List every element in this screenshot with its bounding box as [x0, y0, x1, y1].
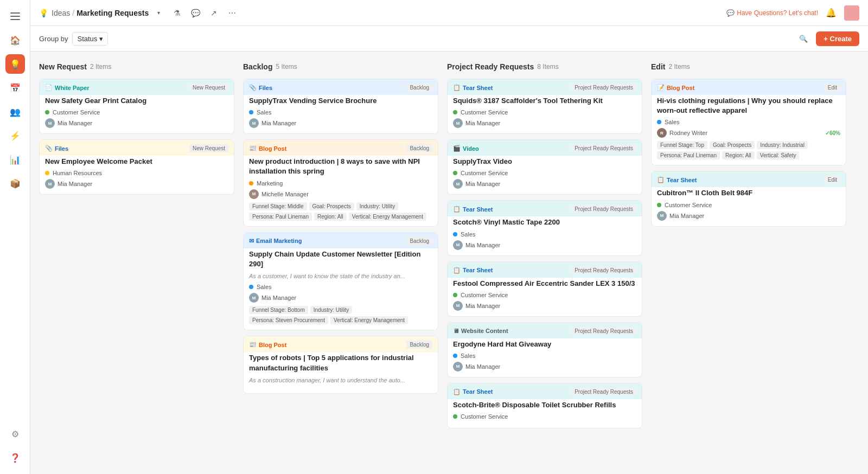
type-label: Tear Sheet — [463, 267, 493, 273]
manager-avatar: M — [453, 362, 463, 371]
department-row: Customer Service — [453, 170, 636, 176]
tag: Persona: Steven Procurement — [249, 316, 328, 324]
manager-avatar: M — [453, 179, 463, 189]
card-title: New Safety Gear Print Catalog — [45, 96, 228, 106]
card-header: 📋 Tear Sheet Project Ready Requests — [448, 79, 642, 95]
cards-container-new-request: 📄 White Paper New Request New Safety Gea… — [39, 79, 234, 465]
sidebar-item-ideas[interactable]: 💡 — [5, 54, 25, 74]
card-card-8[interactable]: 🎬 Video Project Ready Requests SupplyTra… — [447, 139, 642, 195]
sidebar-item-automation[interactable]: ⚡ — [5, 126, 25, 145]
card-card-7[interactable]: 📋 Tear Sheet Project Ready Requests Squi… — [447, 79, 642, 134]
department-row: Marketing — [249, 180, 432, 187]
card-card-13[interactable]: 📝 Blog Post Edit Hi-vis clothing regulat… — [651, 79, 846, 165]
sidebar-item-analytics[interactable]: 📊 — [5, 150, 25, 169]
breadcrumb-parent[interactable]: 💡 — [39, 9, 48, 17]
card-card-2[interactable]: 📎 Files New Request New Employee Welcome… — [39, 139, 234, 195]
card-card-14[interactable]: 📋 Tear Sheet Edit Cubitron™ II Cloth Bel… — [651, 171, 846, 226]
filter-icon[interactable]: ⚗ — [169, 5, 184, 21]
type-label: Files — [55, 145, 68, 152]
card-header: 📎 Files New Request — [40, 140, 234, 156]
type-label: Blog Post — [667, 85, 694, 91]
type-icon: 📄 — [45, 84, 53, 91]
card-body: New Employee Welcome Packet Human Resour… — [40, 156, 234, 194]
sidebar-item-home[interactable]: 🏠 — [5, 30, 25, 50]
sidebar-hamburger[interactable] — [5, 7, 25, 26]
type-label: Tear Sheet — [463, 388, 493, 395]
sidebar-item-help[interactable]: ❓ — [5, 448, 25, 467]
chat-icon: 💬 — [726, 9, 735, 17]
tag: Goal: Prospects — [309, 202, 354, 210]
card-card-4[interactable]: 📰 Blog Post Backlog New product introduc… — [243, 139, 438, 226]
card-body: New product introduction | 8 ways to sav… — [244, 156, 438, 226]
card-body: Types of robots | Top 5 applications for… — [244, 352, 438, 393]
card-card-9[interactable]: 📋 Tear Sheet Project Ready Requests Scot… — [447, 200, 642, 255]
group-by-label: Group by — [39, 35, 68, 43]
topbar-right: 💬 Have Questions? Let's chat! 🔔 — [726, 5, 859, 21]
card-title: Festool Compressed Air Eccentric Sander … — [453, 279, 636, 289]
manager-name: Mia Manager — [58, 120, 92, 126]
card-card-11[interactable]: 🖥 Website Content Project Ready Requests… — [447, 322, 642, 377]
cards-container-backlog: 📎 Files Backlog SupplyTrax Vending Servi… — [243, 79, 438, 465]
sidebar-item-settings[interactable]: ⚙ — [5, 424, 25, 444]
department-name: Customer Service — [461, 413, 508, 420]
department-row: Sales — [657, 119, 840, 125]
chat-link[interactable]: 💬 Have Questions? Let's chat! — [726, 9, 818, 17]
manager-name: Rodney Writer — [669, 130, 707, 136]
status-dropdown[interactable]: Status ▾ — [72, 32, 108, 46]
share-icon[interactable]: ↗ — [206, 5, 221, 21]
card-card-12[interactable]: 📋 Tear Sheet Project Ready Requests Scot… — [447, 383, 642, 428]
department-dot — [249, 181, 253, 185]
more-icon[interactable]: ⋯ — [225, 5, 240, 21]
sidebar-item-packages[interactable]: 📦 — [5, 174, 25, 193]
manager-avatar: M — [453, 301, 463, 311]
card-card-1[interactable]: 📄 White Paper New Request New Safety Gea… — [39, 79, 234, 134]
department-name: Customer Service — [665, 202, 712, 208]
toolbar: Group by Status ▾ 🔍 + Create — [30, 26, 868, 52]
tag: Region: All — [314, 213, 347, 221]
status-badge: New Request — [189, 144, 228, 152]
notification-bell[interactable]: 🔔 — [824, 5, 839, 21]
status-badge: New Request — [189, 84, 228, 92]
board: New Request2 Items 📄 White Paper New Req… — [30, 52, 868, 474]
sidebar-item-calendar[interactable]: 📅 — [5, 78, 25, 98]
card-card-6[interactable]: 📰 Blog Post Backlog Types of robots | To… — [243, 336, 438, 394]
card-body: Scotch-Brite® Disposable Toilet Scrubber… — [448, 399, 642, 428]
breadcrumb-current: Marketing Requests — [76, 9, 149, 17]
comment-icon[interactable]: 💬 — [188, 5, 203, 21]
status-badge: Project Ready Requests — [571, 327, 636, 335]
status-badge: Project Ready Requests — [571, 84, 636, 92]
department-name: Sales — [461, 353, 476, 359]
manager-row: M Mia Manager — [453, 240, 636, 250]
manager-avatar: M — [249, 293, 259, 303]
card-title: SupplyTrax Video — [453, 157, 636, 166]
manager-avatar: M — [45, 179, 55, 189]
user-avatar[interactable] — [844, 5, 859, 21]
chat-text[interactable]: Have Questions? Let's chat! — [737, 9, 818, 17]
type-label: Email Marketing — [256, 238, 302, 244]
card-header: 📋 Tear Sheet Project Ready Requests — [448, 383, 642, 399]
type-icon: 📎 — [249, 84, 257, 91]
card-type: 📎 Files — [45, 145, 68, 152]
manager-row: R Rodney Writer ✓60% — [657, 128, 840, 138]
type-label: Website Content — [461, 328, 508, 334]
tag: Vertical: Energy Management — [349, 213, 426, 221]
card-title: Types of robots | Top 5 applications for… — [249, 353, 432, 373]
card-type: 📋 Tear Sheet — [657, 176, 697, 183]
breadcrumb-parent-text[interactable]: Ideas — [52, 9, 70, 17]
type-icon: ✉ — [249, 238, 254, 245]
sidebar-item-people[interactable]: 👥 — [5, 102, 25, 121]
create-button[interactable]: + Create — [816, 31, 859, 46]
breadcrumb-dropdown-icon[interactable]: ▾ — [151, 5, 166, 21]
card-card-3[interactable]: 📎 Files Backlog SupplyTrax Vending Servi… — [243, 79, 438, 134]
department-row: Sales — [453, 353, 636, 359]
status-badge: Backlog — [406, 341, 432, 349]
tag: Region: All — [722, 151, 755, 159]
search-button[interactable]: 🔍 — [795, 30, 812, 47]
card-card-10[interactable]: 📋 Tear Sheet Project Ready Requests Fest… — [447, 261, 642, 317]
manager-row: M Mia Manager — [249, 118, 432, 128]
type-icon: 📋 — [453, 206, 461, 213]
column-title: Project Ready Requests — [447, 62, 534, 71]
card-card-5[interactable]: ✉ Email Marketing Backlog Supply Chain U… — [243, 232, 438, 331]
card-title: Cubitron™ II Cloth Belt 984F — [657, 188, 840, 198]
card-title: New product introduction | 8 ways to sav… — [249, 157, 432, 176]
